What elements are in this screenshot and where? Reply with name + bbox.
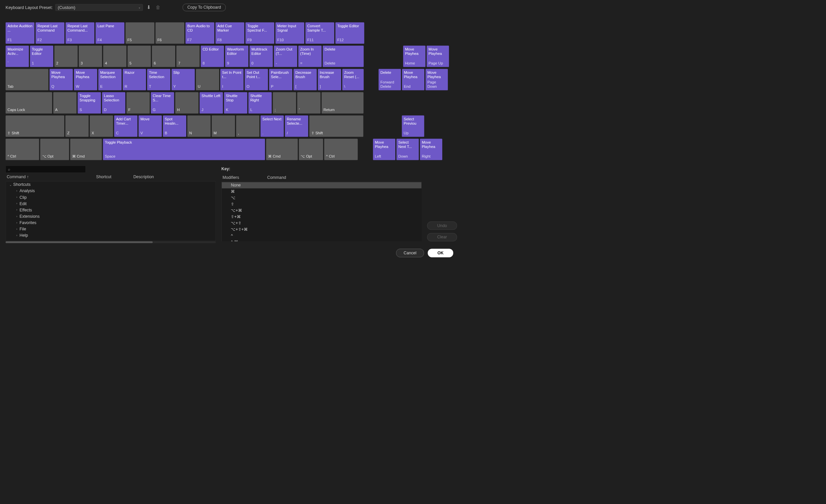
key-z[interactable]: Z [65, 115, 89, 137]
key-e[interactable]: Marquee SelectionE [99, 69, 122, 90]
key-6[interactable]: 6 [152, 46, 175, 67]
key--opt[interactable]: ⌥ Opt [299, 139, 323, 160]
key--[interactable]: Rename Selecte.../ [285, 115, 308, 137]
key--[interactable]: Zoom Out (T...- [274, 46, 297, 67]
key-4[interactable]: 4 [103, 46, 126, 67]
key-f3[interactable]: Repeat Last Command...F3 [65, 22, 95, 44]
key-n[interactable]: N [187, 115, 211, 137]
key-j[interactable]: Shuttle LeftJ [199, 92, 223, 113]
key-q[interactable]: Move PlayheaQ [50, 69, 73, 90]
key-caps-lock[interactable]: Caps Lock [6, 92, 52, 113]
key-f10[interactable]: Meter Input SignalF10 [275, 22, 304, 44]
horizontal-scrollbar[interactable] [6, 241, 216, 243]
col-mod-command[interactable]: Command [268, 175, 286, 180]
key-down[interactable]: Select Next T...Down [396, 139, 419, 160]
key--[interactable]: Zoom In (Time)= [298, 46, 321, 67]
search-input[interactable]: ⌕ [6, 166, 86, 173]
key-c[interactable]: Add Cart Timer...C [114, 115, 137, 137]
key-g[interactable]: Clear Time S...G [151, 92, 174, 113]
key--[interactable]: ' [297, 92, 320, 113]
preset-dropdown[interactable]: (Custom) ⌄ [55, 4, 143, 11]
key-f11[interactable]: Convert Sample T...F11 [305, 22, 334, 44]
key-y[interactable]: SlipY [172, 69, 195, 90]
col-shortcut[interactable]: Shortcut [96, 175, 133, 180]
key--cmd[interactable]: ⌘ Cmd [70, 139, 102, 160]
key-f7[interactable]: Burn Audio to CDF7 [186, 22, 215, 44]
commands-tree[interactable]: ⌄Shortcuts›Analysis›Clip›Edit›Effects›Ex… [6, 181, 216, 241]
key-tab[interactable]: Tab [6, 69, 49, 90]
key-i[interactable]: Set In Point t...I [220, 69, 243, 90]
key--[interactable]: , [236, 115, 259, 137]
key-9[interactable]: Waveform Editor9 [225, 46, 248, 67]
copy-clipboard-button[interactable]: Copy To Clipboard [183, 4, 226, 11]
key-b[interactable]: Spot Healin...B [163, 115, 186, 137]
key--ctrl[interactable]: ^ Ctrl [6, 139, 39, 160]
key-7[interactable]: 7 [176, 46, 199, 67]
key-up[interactable]: Select PreviouUp [402, 115, 424, 137]
key-end[interactable]: Move PlayheaEnd [402, 69, 424, 90]
tree-item[interactable]: ›Favorites [6, 219, 216, 226]
tree-item[interactable]: ›Clip [6, 194, 216, 200]
key-m[interactable]: M [212, 115, 235, 137]
key--[interactable]: Increase Brush] [318, 69, 341, 90]
cancel-button[interactable]: Cancel [396, 249, 424, 257]
key-right[interactable]: Move PlayheaRight [420, 139, 442, 160]
save-preset-icon[interactable]: ⬇ [145, 5, 152, 10]
tree-item[interactable]: ›Extensions [6, 213, 216, 219]
key-0[interactable]: Multitrack Editor0 [249, 46, 273, 67]
modifier-row[interactable]: ⇧+⌘ [222, 213, 421, 220]
tree-root[interactable]: ⌄Shortcuts [6, 182, 216, 188]
modifier-row[interactable]: None [222, 182, 421, 188]
key--[interactable]: Decrease Brush[ [294, 69, 317, 90]
key-f9[interactable]: Toggle Spectral F...F9 [245, 22, 274, 44]
key-l[interactable]: Shuttle RightL [248, 92, 272, 113]
key-home[interactable]: Move PlayheaHome [403, 46, 425, 67]
key-5[interactable]: 5 [128, 46, 151, 67]
modifier-row[interactable]: ⌥+⌘ [222, 207, 421, 213]
key-d[interactable]: Lasso SelectionD [102, 92, 125, 113]
key--opt[interactable]: ⌥ Opt [40, 139, 69, 160]
key-w[interactable]: Move PlayheaW [74, 69, 97, 90]
key-f1[interactable]: Adobe Audition ...F1 [6, 22, 35, 44]
key-v[interactable]: MoveV [139, 115, 162, 137]
tree-item[interactable]: ›Help [6, 232, 216, 238]
key-2[interactable]: 2 [55, 46, 78, 67]
col-command[interactable]: Command ↑ [7, 175, 96, 180]
key-f12[interactable]: Toggle EditorF12 [336, 22, 364, 44]
key-3[interactable]: 3 [79, 46, 102, 67]
key--cmd[interactable]: ⌘ Cmd [266, 139, 298, 160]
key-o[interactable]: Set Out Point t...O [245, 69, 268, 90]
key-u[interactable]: U [196, 69, 219, 90]
key--ctrl[interactable]: ^ Ctrl [324, 139, 358, 160]
key-delete[interactable]: DeleteDelete [322, 46, 363, 67]
key-r[interactable]: RazorR [123, 69, 146, 90]
key-space[interactable]: Toggle PlaybackSpace [103, 139, 265, 160]
key-f2[interactable]: Repeat Last CommandF2 [36, 22, 64, 44]
modifier-row[interactable]: ⌥+⇧+⌘ [222, 226, 421, 232]
key-f[interactable]: F [126, 92, 150, 113]
key-p[interactable]: Paintbrush Sele...P [269, 69, 292, 90]
key-left[interactable]: Move PlayheaLeft [373, 139, 395, 160]
key-page-up[interactable]: Move PlayheaPage Up [427, 46, 449, 67]
key--[interactable]: Maximize Activ...` [6, 46, 29, 67]
key--shift[interactable]: ⇧ Shift [6, 115, 64, 137]
key-f8[interactable]: Add Cue MarkerF8 [216, 22, 244, 44]
key-return[interactable]: Return [321, 92, 363, 113]
modifier-row[interactable]: ^ ⌘ [222, 239, 421, 241]
key-t[interactable]: Time SelectionT [147, 69, 170, 90]
key-k[interactable]: Shuttle StopK [224, 92, 247, 113]
key-h[interactable]: H [175, 92, 198, 113]
key--[interactable]: Select Next. [260, 115, 284, 137]
modifier-row[interactable]: ⌥+⇧ [222, 220, 421, 226]
modifier-row[interactable]: ⌥ [222, 194, 421, 201]
tree-item[interactable]: ›Analysis [6, 188, 216, 194]
key--[interactable]: Zoom Reset (...\ [342, 69, 363, 90]
key-8[interactable]: CD Editor8 [201, 46, 224, 67]
key-f4[interactable]: Last PaneF4 [96, 22, 124, 44]
modifiers-list[interactable]: None⌘⌥⇧⌥+⌘⇧+⌘⌥+⇧⌥+⇧+⌘^^ ⌘ [222, 182, 422, 241]
modifier-row[interactable]: ^ [222, 232, 421, 239]
key-s[interactable]: Toggle SnappingS [78, 92, 101, 113]
col-description[interactable]: Description [133, 175, 154, 180]
col-modifiers[interactable]: Modifiers [223, 175, 267, 180]
ok-button[interactable]: OK [428, 249, 453, 257]
